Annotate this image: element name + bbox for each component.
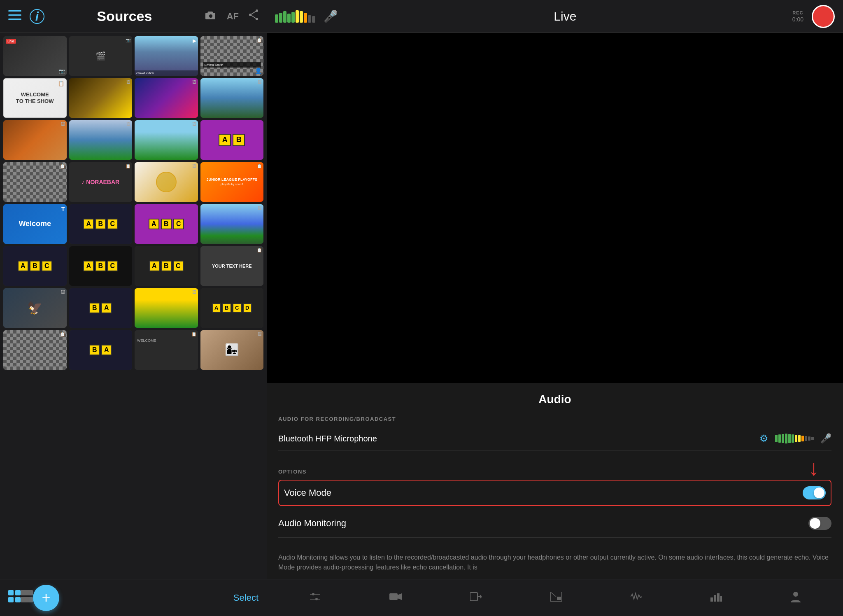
svg-point-18 [315,598,318,600]
sources-grid: Live 📷 📷 🎬 ▶ crowd video 📋 Emma Smith 👤 [0,33,267,579]
bottom-tabs-left: + Select [0,579,267,616]
welcome-text: WELCOMETO THE SHOW [16,91,54,104]
chart-tab-icon[interactable] [710,592,722,604]
menu-icon[interactable] [8,10,21,23]
audio-title: Audio [278,393,831,406]
grid-item-person[interactable]: 🖼 👩‍👧 [200,330,264,370]
grid-item-abc-dark3[interactable]: A B C [135,246,198,286]
playoffs-text: JUNIOR LEAGUE PLAYOFFSplayoffs by sport/… [206,177,257,187]
grid-item-abc-yellow[interactable]: A B C [69,204,133,244]
svg-point-29 [793,592,798,597]
audio-monitoring-label: Audio Monitoring [278,518,808,529]
svg-point-5 [249,14,252,16]
grid-item-city2[interactable]: 🖼 [69,120,133,160]
svg-rect-10 [15,590,21,595]
select-button[interactable]: Select [233,593,258,603]
voice-mode-toggle[interactable] [803,486,826,499]
grid-view-icon[interactable] [8,590,21,605]
preview-area [267,33,843,383]
rec-label: REC [792,10,803,15]
svg-rect-25 [710,597,713,602]
waveform-tab-icon[interactable] [631,592,642,604]
svg-rect-27 [717,593,720,602]
grid-item-ba-yellow2[interactable]: B A [69,330,133,370]
audio-monitoring-toggle[interactable] [808,517,831,530]
recording-label: AUDIO FOR RECORDING/BROADCAST [278,416,831,422]
svg-rect-23 [557,597,561,600]
grid-item-field[interactable]: 🖼 [135,120,198,160]
svg-rect-2 [8,19,21,20]
svg-rect-21 [470,593,477,601]
right-top-bar: 🎤 Live REC 0:00 [267,0,843,33]
top-bar: i Sources AF [0,0,267,33]
options-section: OPTIONS ↓ Voice Mode Audio Monitoring [267,460,843,546]
grid-item-video[interactable]: ▶ crowd video [135,36,198,76]
grid-item-ab-scoreboard[interactable]: A B [200,120,264,160]
right-panel: 🎤 Live REC 0:00 Audio AUDIO FOR RECORDIN… [267,0,843,616]
left-panel: i Sources AF [0,0,267,616]
grid-item-abc-purple[interactable]: A B C [135,204,198,244]
voice-mode-label: Voice Mode [284,488,803,498]
bluetooth-mic-label: Bluetooth HFP Microphone [278,434,753,443]
record-button[interactable] [812,5,835,28]
svg-rect-1 [8,14,21,16]
svg-rect-12 [15,597,21,602]
svg-rect-26 [714,595,716,602]
sources-title: Sources [53,8,196,24]
camera-tab-icon[interactable] [389,592,402,604]
svg-rect-11 [8,597,14,602]
rec-info: REC 0:00 [792,10,803,23]
arrow-indicator: ↓ [808,457,819,478]
share-icon[interactable] [249,9,258,23]
layout-view-icon[interactable] [21,590,33,605]
grid-item-lake[interactable]: 🖼 [200,204,264,244]
svg-rect-0 [8,10,21,12]
grid-item-abc-dark1[interactable]: A B C [3,246,67,286]
voice-mode-row: Voice Mode [278,480,831,506]
grid-item-blank-layer2[interactable]: 📋 Noraebar.com [3,330,67,370]
svg-marker-20 [398,593,402,600]
grid-item-welcome-small[interactable]: 📋 WELCOME [135,330,198,370]
svg-point-16 [312,593,314,595]
svg-rect-9 [8,590,14,595]
svg-point-4 [256,9,258,12]
grid-item-welcome[interactable]: 📋 WELCOMETO THE SHOW [3,78,67,118]
grid-item-camera[interactable]: 📷 🎬 [69,36,133,76]
bluetooth-mic-row: Bluetooth HFP Microphone ⚙ 🎤 [278,427,831,450]
grid-item-welcome-blue[interactable]: T Welcome [3,204,67,244]
info-icon[interactable]: i [30,9,44,24]
settings-icon[interactable]: ⚙ [759,433,768,444]
svg-line-8 [252,16,256,19]
grid-item-abc-dark2[interactable]: A B C [69,246,133,286]
top-bar-right: AF [205,9,258,23]
grid-item-playoffs[interactable]: 📋 JUNIOR LEAGUE PLAYOFFSplayoffs by spor… [200,162,264,202]
svg-point-3 [209,14,212,18]
pip-tab-icon[interactable] [550,592,562,604]
right-bottom-tabs [267,579,843,616]
audio-section: Audio AUDIO FOR RECORDING/BROADCAST Blue… [267,383,843,460]
grid-item-soup[interactable]: 🖼 [135,162,198,202]
add-button[interactable]: + [33,585,59,611]
grid-item-landscape[interactable]: 🖼 [135,288,198,328]
grid-item-concert[interactable]: 🖼 [69,78,133,118]
grid-item-overlay[interactable]: 📋 Emma Smith 👤 [200,36,264,76]
live-label: Live [346,9,784,23]
grid-item-city[interactable]: 🖼 [200,78,264,118]
sliders-tab-icon[interactable] [309,592,321,604]
mic-right-icon: 🎤 [820,433,831,444]
grid-item-blank-layer1[interactable]: 📋 [3,162,67,202]
output-tab-icon[interactable] [470,592,482,604]
grid-item-crowd2[interactable]: 🖼 [135,78,198,118]
level-meter [775,434,814,443]
svg-rect-19 [389,593,398,600]
camera-icon[interactable] [205,10,217,23]
grid-item-ba-yellow[interactable]: B A [69,288,133,328]
af-label[interactable]: AF [227,11,239,22]
grid-item-live-camera[interactable]: Live 📷 [3,36,67,76]
grid-item-building[interactable]: 🖼 [3,120,67,160]
grid-item-your-text[interactable]: 📋 YOUR TEXT HERE [200,246,264,286]
grid-item-noraebar1[interactable]: 📋 ♪ NORAEBAR [69,162,133,202]
grid-item-animal[interactable]: 🖼 🦅 [3,288,67,328]
grid-item-abcd-dark[interactable]: A B C D [200,288,264,328]
person-tab-icon[interactable] [791,591,801,605]
